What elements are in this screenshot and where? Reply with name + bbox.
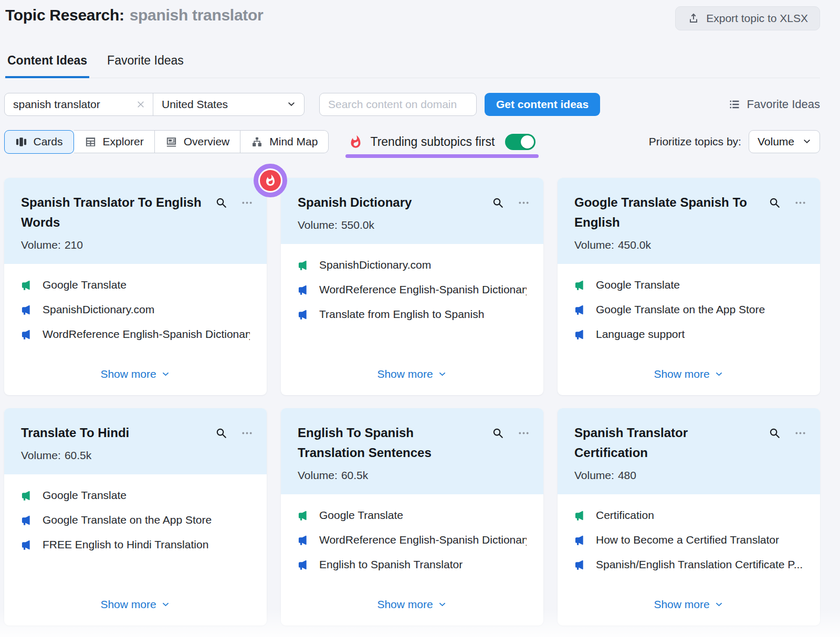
view-explorer-button[interactable]: Explorer <box>74 130 155 153</box>
favorite-ideas-label: Favorite Ideas <box>747 98 820 111</box>
trending-subtopics-control: Trending subtopics first <box>345 134 539 150</box>
view-overview-button[interactable]: Overview <box>155 130 241 153</box>
trending-subtopics-toggle[interactable] <box>505 134 536 150</box>
headline-item[interactable]: Spanish/English Translation Certificate … <box>574 558 803 571</box>
card-title[interactable]: Translate To Hindi <box>21 423 129 443</box>
card-body: Google Translate SpanishDictionary.com W… <box>4 264 267 395</box>
headline-item[interactable]: WordReference English-Spanish Dictionary <box>21 328 250 341</box>
view-switcher: Cards Explorer Overview Mind Map <box>4 130 329 153</box>
show-more-link[interactable]: Show more <box>654 598 723 613</box>
headline-item[interactable]: WordReference English-Spanish Dictionary <box>298 283 527 296</box>
card-actions <box>492 193 530 209</box>
view-cards-button[interactable]: Cards <box>4 130 74 154</box>
chevron-down-icon <box>161 369 171 379</box>
headline-item[interactable]: Google Translate on the App Store <box>21 514 250 526</box>
page-title-query: spanish translator <box>130 6 264 24</box>
domain-search-input[interactable] <box>319 93 477 116</box>
more-options-icon[interactable] <box>794 427 806 439</box>
topic-cards-grid: Spanish Translator To English Words Volu… <box>4 178 820 625</box>
favorite-ideas-link[interactable]: Favorite Ideas <box>728 98 820 111</box>
list-icon <box>728 98 741 111</box>
toggle-knob <box>521 135 534 148</box>
card-volume: Volume:550.0k <box>298 219 530 231</box>
mindmap-icon <box>251 136 263 148</box>
chevron-down-icon <box>437 369 447 379</box>
megaphone-icon <box>21 304 33 316</box>
card-title[interactable]: Spanish Translator To English Words <box>21 193 202 232</box>
card-body: Google Translate WordReference English-S… <box>281 494 543 625</box>
headline-item[interactable]: SpanishDictionary.com <box>21 303 250 316</box>
search-icon[interactable] <box>215 197 227 209</box>
more-options-icon[interactable] <box>518 197 530 209</box>
megaphone-icon <box>298 284 310 296</box>
card-volume: Volume:60.5k <box>298 469 530 482</box>
megaphone-icon <box>21 514 33 526</box>
tab-favorite-ideas[interactable]: Favorite Ideas <box>105 54 186 78</box>
export-topic-button[interactable]: Export topic to XLSX <box>675 6 820 30</box>
card-title[interactable]: Spanish Translator Certification <box>574 423 755 463</box>
page-title-prefix: Topic Research: <box>5 6 124 24</box>
card-actions <box>215 423 253 439</box>
more-options-icon[interactable] <box>794 197 806 209</box>
topic-card: English To Spanish Translation Sentences… <box>281 408 543 625</box>
view-overview-label: Overview <box>184 135 230 148</box>
headline-item[interactable]: Google Translate <box>298 509 527 522</box>
search-icon[interactable] <box>215 427 227 439</box>
country-select[interactable]: United States <box>153 93 304 115</box>
show-more-link[interactable]: Show more <box>377 368 447 383</box>
card-header: Google Translate Spanish To English Volu… <box>558 178 820 264</box>
more-options-icon[interactable] <box>518 427 530 439</box>
card-title[interactable]: English To Spanish Translation Sentences <box>298 423 479 463</box>
tab-content-ideas[interactable]: Content Ideas <box>5 54 89 78</box>
get-content-ideas-button[interactable]: Get content ideas <box>485 93 600 116</box>
chevron-down-icon <box>714 600 724 610</box>
annotation-underline <box>345 154 539 158</box>
show-more-link[interactable]: Show more <box>377 598 447 613</box>
search-icon[interactable] <box>492 197 504 209</box>
search-icon[interactable] <box>769 427 781 439</box>
chevron-down-icon <box>286 99 297 110</box>
keyword-input[interactable] <box>5 93 129 115</box>
headline-item[interactable]: Google Translate <box>21 279 250 291</box>
card-body: Google Translate Google Translate on the… <box>4 474 267 625</box>
card-title[interactable]: Spanish Dictionary <box>298 193 412 213</box>
headline-item[interactable]: Certification <box>574 509 803 522</box>
clear-keyword-button[interactable] <box>129 93 153 115</box>
card-body: SpanishDictionary.com WordReference Engl… <box>281 244 543 395</box>
headline-item[interactable]: Language support <box>574 328 803 341</box>
annotation-trending-badge <box>254 164 287 197</box>
headline-item[interactable]: Translate from English to Spanish <box>298 308 527 321</box>
card-body: Certification How to Become a Certified … <box>558 494 820 625</box>
topic-card: Spanish Dictionary Volume:550.0k Spanish… <box>281 178 543 395</box>
card-actions <box>769 193 806 209</box>
card-title[interactable]: Google Translate Spanish To English <box>574 193 755 232</box>
export-topic-label: Export topic to XLSX <box>706 12 808 25</box>
prioritize-select[interactable]: Volume <box>749 130 820 153</box>
headline-item[interactable]: English to Spanish Translator <box>298 558 527 571</box>
more-options-icon[interactable] <box>241 427 253 439</box>
flame-icon <box>349 135 363 149</box>
prioritize-label: Prioritize topics by: <box>649 135 741 148</box>
show-more-link[interactable]: Show more <box>654 368 723 383</box>
search-icon[interactable] <box>769 197 781 209</box>
search-row: United States Get content ideas Favorite… <box>4 93 820 116</box>
headline-item[interactable]: SpanishDictionary.com <box>298 259 527 271</box>
view-explorer-label: Explorer <box>103 135 144 148</box>
view-mindmap-button[interactable]: Mind Map <box>240 130 329 153</box>
headline-item[interactable]: How to Become a Certified Translator <box>574 534 803 546</box>
megaphone-icon <box>298 309 310 321</box>
headline-item[interactable]: FREE English to Hindi Translation <box>21 538 250 551</box>
headline-item[interactable]: WordReference English-Spanish Dictionary <box>298 534 527 546</box>
show-more-link[interactable]: Show more <box>100 368 170 383</box>
headline-item[interactable]: Google Translate <box>21 489 250 502</box>
search-icon[interactable] <box>492 427 504 439</box>
show-more-link[interactable]: Show more <box>100 598 170 613</box>
headline-item[interactable]: Google Translate on the App Store <box>574 303 803 316</box>
headline-item[interactable]: Google Translate <box>574 279 803 291</box>
country-select-value: United States <box>162 98 228 111</box>
card-volume: Volume:480 <box>574 469 806 482</box>
megaphone-icon <box>574 509 586 522</box>
more-options-icon[interactable] <box>241 197 253 209</box>
top-bar: Topic Research:spanish translator Export… <box>4 0 820 30</box>
close-icon <box>136 100 145 109</box>
